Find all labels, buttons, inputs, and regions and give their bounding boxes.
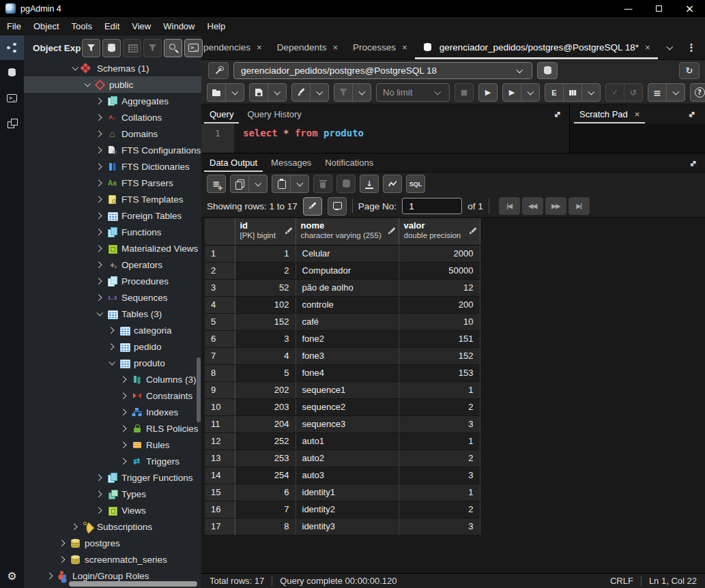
row-number-cell[interactable]: 1 bbox=[205, 245, 235, 262]
tree-item-rls-policies[interactable]: RLS Policies bbox=[24, 420, 201, 437]
chevron-right-icon[interactable] bbox=[59, 540, 66, 546]
row-number-cell[interactable]: 17 bbox=[205, 518, 235, 535]
close-icon[interactable]: × bbox=[332, 42, 338, 53]
sql-button[interactable]: SQL bbox=[407, 175, 425, 192]
cell-id[interactable]: 52 bbox=[235, 279, 296, 296]
cell-nome[interactable]: auto3 bbox=[296, 467, 399, 484]
settings-button[interactable]: ⚙ bbox=[0, 565, 24, 586]
search-button[interactable] bbox=[164, 39, 182, 57]
tree-item-materialized-views[interactable]: Materialized Views bbox=[24, 240, 201, 256]
column-header-nome[interactable]: nomecharacter varying (255) bbox=[296, 218, 399, 245]
cell-nome[interactable]: identity1 bbox=[296, 484, 399, 501]
row-number-cell[interactable]: 11 bbox=[205, 415, 235, 432]
edit-dropdown-button[interactable] bbox=[310, 84, 328, 101]
tree-item-constraints[interactable]: Constraints bbox=[24, 387, 201, 404]
chevron-right-icon[interactable] bbox=[121, 425, 128, 432]
last-page-button[interactable]: ▶| bbox=[569, 197, 590, 215]
cell-nome[interactable]: café bbox=[296, 313, 399, 330]
psql-tool-rail-button[interactable] bbox=[0, 85, 24, 111]
row-number-cell[interactable]: 6 bbox=[205, 330, 235, 347]
page-number-input[interactable] bbox=[402, 198, 462, 214]
tree-item-fts-configurations[interactable]: FTS Configurations bbox=[24, 142, 201, 158]
chevron-right-icon[interactable] bbox=[121, 458, 128, 465]
tree-horizontal-scrollbar[interactable] bbox=[69, 581, 197, 587]
cell-nome[interactable]: sequence2 bbox=[296, 398, 399, 415]
row-number-cell[interactable]: 3 bbox=[205, 279, 235, 296]
menu-item-file[interactable]: File bbox=[1, 19, 27, 33]
tree-item-rules[interactable]: Rules bbox=[24, 437, 201, 453]
row-number-cell[interactable]: 5 bbox=[205, 313, 235, 330]
row-number-cell[interactable]: 7 bbox=[205, 347, 235, 364]
cell-valor[interactable]: 152 bbox=[399, 347, 480, 364]
cell-nome[interactable]: Computador bbox=[296, 262, 399, 279]
row-number-cell[interactable]: 16 bbox=[205, 501, 235, 518]
chart-line-button[interactable] bbox=[384, 175, 401, 192]
cell-nome[interactable]: controle bbox=[296, 296, 399, 313]
tab-data-output[interactable]: Data Output bbox=[203, 153, 264, 172]
cell-valor[interactable]: 50000 bbox=[399, 262, 480, 279]
tree-item-operators[interactable]: +Operators bbox=[24, 256, 201, 273]
pencil-button[interactable] bbox=[292, 84, 310, 101]
row-number-cell[interactable]: 12 bbox=[205, 432, 235, 450]
help-button[interactable]: ? bbox=[691, 84, 705, 101]
scratch-pad-tab[interactable]: Scratch Pad × bbox=[573, 104, 646, 123]
page-settings-button[interactable] bbox=[328, 197, 347, 216]
tree-item-indexes[interactable]: Indexes bbox=[24, 404, 201, 420]
chevron-right-icon[interactable] bbox=[96, 196, 103, 203]
tree-item-collations[interactable]: A↓Collations bbox=[24, 109, 201, 126]
tab-query[interactable]: Query bbox=[203, 104, 240, 123]
tree-item-fts-templates[interactable]: FTS Templates bbox=[24, 191, 201, 207]
tab-processes[interactable]: Processes× bbox=[345, 35, 415, 59]
chevron-right-icon[interactable] bbox=[96, 130, 103, 137]
cell-id[interactable]: 102 bbox=[235, 296, 296, 313]
close-icon[interactable]: × bbox=[402, 42, 407, 53]
tab-messages[interactable]: Messages bbox=[264, 153, 318, 172]
chevron-down-icon[interactable] bbox=[109, 359, 115, 366]
cell-id[interactable]: 1 bbox=[235, 245, 296, 262]
scratch-pad-editor[interactable] bbox=[570, 123, 705, 153]
row-limit-select[interactable]: No limit bbox=[376, 83, 450, 102]
close-icon[interactable]: × bbox=[635, 109, 640, 119]
cell-valor[interactable]: 2 bbox=[399, 398, 480, 415]
cell-id[interactable]: 3 bbox=[235, 330, 296, 347]
row-number-cell[interactable]: 2 bbox=[205, 262, 235, 279]
cell-id[interactable]: 254 bbox=[235, 467, 296, 484]
new-connection-button[interactable] bbox=[537, 62, 558, 79]
save-button[interactable] bbox=[250, 84, 268, 101]
tree-item-fts-parsers[interactable]: AaFTS Parsers bbox=[24, 175, 201, 191]
cell-id[interactable]: 152 bbox=[235, 313, 296, 330]
chevron-right-icon[interactable] bbox=[96, 490, 103, 497]
cell-id[interactable]: 2 bbox=[235, 262, 296, 279]
cell-valor[interactable]: 153 bbox=[399, 364, 480, 381]
tab-notifications[interactable]: Notifications bbox=[318, 153, 380, 172]
tree-item-public[interactable]: public bbox=[24, 76, 201, 93]
tree-item-fts-dictionaries[interactable]: FTS Dictionaries bbox=[24, 158, 201, 175]
cell-nome[interactable]: sequence3 bbox=[296, 415, 399, 432]
row-number-cell[interactable]: 15 bbox=[205, 484, 235, 501]
cell-id[interactable]: 203 bbox=[235, 398, 296, 415]
row-number-cell[interactable]: 10 bbox=[205, 398, 235, 415]
tree-item-screenmatch-series[interactable]: screenmatch_series bbox=[24, 551, 201, 568]
close-button[interactable]: × bbox=[674, 0, 705, 17]
cell-id[interactable]: 4 bbox=[235, 347, 296, 364]
prev-page-button[interactable]: ◀◀ bbox=[522, 197, 543, 215]
cell-valor[interactable]: 1 bbox=[399, 484, 480, 501]
cell-id[interactable]: 253 bbox=[235, 450, 296, 467]
tab-gerenciador-pedidos-postgres-postgresql-18[interactable]: gerenciador_pedidos/postgres@PostgreSQL … bbox=[415, 35, 658, 59]
macros-button[interactable]: ≡ bbox=[648, 84, 666, 101]
chevron-right-icon[interactable] bbox=[109, 343, 115, 350]
explain-button[interactable]: E bbox=[545, 84, 563, 101]
tree-item-types[interactable]: Types bbox=[24, 486, 201, 502]
macros-dropdown-button[interactable] bbox=[666, 84, 685, 101]
corner-header-cell[interactable] bbox=[205, 218, 235, 245]
copy-dropdown-button[interactable] bbox=[248, 175, 267, 192]
cell-nome[interactable]: fone3 bbox=[296, 347, 399, 364]
chevron-right-icon[interactable] bbox=[72, 523, 78, 530]
cell-id[interactable]: 202 bbox=[235, 381, 296, 398]
chevron-right-icon[interactable] bbox=[96, 212, 103, 219]
tab-menu-kebab-icon[interactable]: ⋮ bbox=[686, 42, 697, 53]
download-button[interactable]: ↓ bbox=[360, 175, 378, 192]
chevron-right-icon[interactable] bbox=[96, 98, 103, 104]
paste-dropdown-button[interactable] bbox=[290, 175, 308, 192]
column-header-id[interactable]: id[PK] bigint bbox=[235, 218, 296, 245]
